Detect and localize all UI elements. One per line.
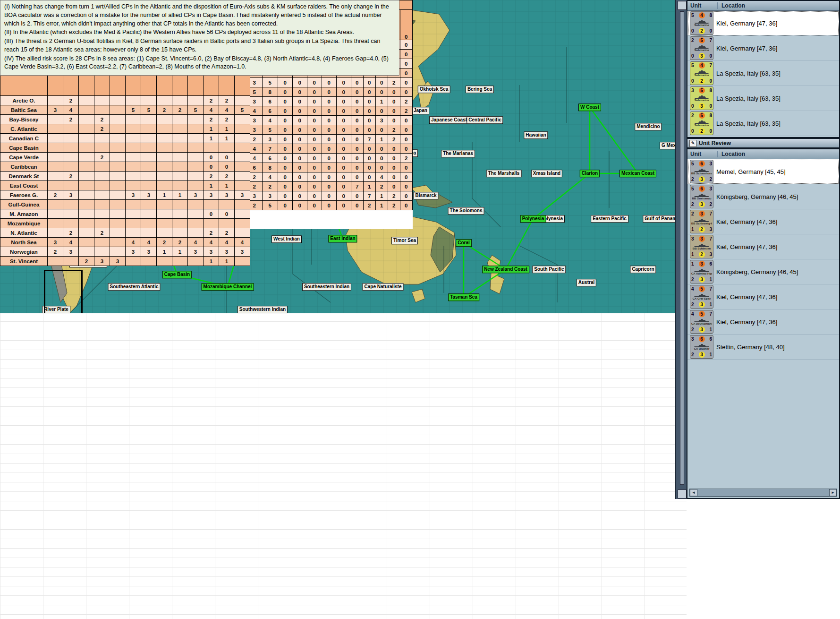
grid-cell[interactable]: 5	[262, 201, 278, 210]
grid-cell[interactable]: 0	[363, 87, 375, 97]
map-zone-label[interactable]: South Pacific	[532, 266, 566, 273]
unit-review-titlebar[interactable]: ✎ Unit Review	[687, 138, 840, 148]
grid-cell[interactable]: 0	[278, 125, 292, 135]
sea-area-cell[interactable]: N. Atlantic	[0, 228, 48, 238]
map-sea-area-label[interactable]: Clarion	[580, 170, 600, 177]
grid-cell[interactable]	[48, 228, 63, 238]
grid-cell[interactable]	[235, 134, 250, 143]
grid-cell[interactable]: 2	[63, 96, 79, 105]
grid-cell[interactable]: 1	[172, 247, 188, 257]
grid-cell[interactable]: 0	[375, 78, 388, 87]
grid-cell[interactable]: 2	[388, 78, 400, 87]
grid-cell[interactable]: 0	[363, 172, 375, 182]
grid-cell[interactable]: 2	[388, 125, 400, 135]
sea-area-cell[interactable]: Denmark St	[0, 172, 48, 181]
grid-cell[interactable]: 1	[219, 124, 235, 134]
sea-area-cell[interactable]: C. Atlantic	[0, 124, 48, 134]
grid-cell[interactable]	[126, 209, 141, 219]
grid-cell[interactable]	[157, 134, 172, 143]
grid-cell[interactable]: 0	[351, 125, 363, 135]
grid-cell[interactable]: 2	[400, 154, 412, 163]
grid-cell[interactable]: 0	[351, 163, 363, 172]
grid-cell[interactable]: 0	[400, 40, 412, 50]
grid-cell[interactable]: 0	[388, 172, 400, 182]
unit-list-item[interactable]: 457CA Graf Spee231Kiel, Germany [47, 36]	[687, 284, 839, 310]
grid-cell[interactable]: 0	[292, 172, 307, 182]
map-zone-label[interactable]: Central Pacific	[467, 116, 503, 124]
grid-cell[interactable]: 0	[278, 163, 292, 172]
grid-cell[interactable]: 3	[141, 247, 157, 257]
grid-cell[interactable]	[172, 124, 188, 134]
map-zone-label[interactable]: G Mex	[660, 142, 676, 149]
grid-cell[interactable]	[126, 96, 141, 105]
grid-cell[interactable]	[79, 247, 94, 257]
grid-cell[interactable]	[188, 115, 204, 124]
grid-cell[interactable]: 3	[262, 191, 278, 201]
grid-cell[interactable]	[172, 153, 188, 162]
grid-cell[interactable]	[235, 153, 250, 162]
map-zone-label[interactable]: Bismarck	[413, 192, 438, 199]
grid-cell[interactable]	[188, 181, 204, 190]
grid-cell[interactable]	[110, 238, 126, 247]
grid-cell[interactable]	[110, 134, 126, 143]
grid-cell[interactable]	[157, 162, 172, 172]
grid-cell[interactable]: 0	[278, 106, 292, 116]
grid-cell[interactable]	[172, 143, 188, 153]
grid-cell[interactable]: 0	[388, 97, 400, 106]
grid-cell[interactable]: 7	[363, 191, 375, 201]
grid-cell[interactable]: 4	[188, 238, 204, 247]
grid-cell[interactable]: 0	[322, 135, 336, 144]
grid-cell[interactable]	[110, 143, 126, 153]
grid-cell[interactable]	[79, 105, 94, 115]
grid-cell[interactable]	[188, 96, 204, 105]
grid-cell[interactable]: 0	[388, 106, 400, 116]
grid-cell[interactable]: 0	[322, 87, 336, 97]
grid-cell[interactable]: 4	[204, 105, 219, 115]
unit-list-item[interactable]: 237BB Schleswig-Holstein123Kiel, Germany…	[687, 209, 839, 234]
grid-cell[interactable]: 2	[219, 228, 235, 238]
grid-cell[interactable]	[48, 153, 63, 162]
grid-cell[interactable]: 0	[363, 154, 375, 163]
grid-cell[interactable]: 0	[322, 182, 336, 191]
grid-cell[interactable]	[157, 181, 172, 190]
grid-cell[interactable]	[48, 162, 63, 172]
grid-cell[interactable]: 2	[388, 135, 400, 144]
unit-list-item[interactable]: 258Submarine020La Spezia, Italy [63, 35]	[687, 111, 839, 136]
grid-cell[interactable]: 2	[94, 228, 110, 238]
grid-cell[interactable]: 2	[48, 247, 63, 257]
grid-cell[interactable]: 2	[375, 182, 388, 191]
grid-cell[interactable]: 1	[157, 190, 172, 200]
grid-cell[interactable]	[63, 124, 79, 134]
grid-cell[interactable]: 0	[307, 154, 322, 163]
grid-cell[interactable]: 5	[235, 105, 250, 115]
grid-cell[interactable]	[79, 172, 94, 181]
grid-cell[interactable]	[110, 162, 126, 172]
grid-cell[interactable]: 2	[63, 115, 79, 124]
unit-list-item[interactable]: 548Submarine020Kiel, Germany [47, 36]	[687, 11, 839, 36]
grid-cell[interactable]: 0	[322, 163, 336, 172]
grid-cell[interactable]: 2	[204, 96, 219, 105]
sea-area-cell[interactable]: M. Amazon	[0, 209, 48, 219]
grid-cell[interactable]: 4	[262, 172, 278, 182]
grid-cell[interactable]	[172, 209, 188, 219]
grid-cell[interactable]: 0	[400, 116, 412, 125]
grid-cell[interactable]: 4	[219, 238, 235, 247]
grid-cell[interactable]	[188, 219, 204, 228]
sea-area-cell[interactable]: East Coast	[0, 181, 48, 190]
grid-cell[interactable]: 0	[400, 87, 412, 97]
grid-cell[interactable]: 7	[351, 182, 363, 191]
map-zone-label[interactable]: Eastern Pacific	[591, 215, 628, 223]
map-zone-label[interactable]: Okhotsk Sea	[418, 86, 450, 93]
grid-cell[interactable]: 1	[219, 181, 235, 190]
grid-cell[interactable]: 0	[278, 182, 292, 191]
scroll-up-button[interactable]	[678, 1, 687, 10]
grid-cell[interactable]	[219, 200, 235, 209]
grid-cell[interactable]: 0	[292, 78, 307, 87]
grid-cell[interactable]: 0	[351, 191, 363, 201]
grid-cell[interactable]: 0	[307, 87, 322, 97]
grid-cell[interactable]	[79, 143, 94, 153]
sea-area-cell[interactable]: Cape Verde	[0, 153, 48, 162]
grid-cell[interactable]	[204, 143, 219, 153]
grid-cell[interactable]	[110, 247, 126, 257]
grid-cell[interactable]: 0	[219, 162, 235, 172]
